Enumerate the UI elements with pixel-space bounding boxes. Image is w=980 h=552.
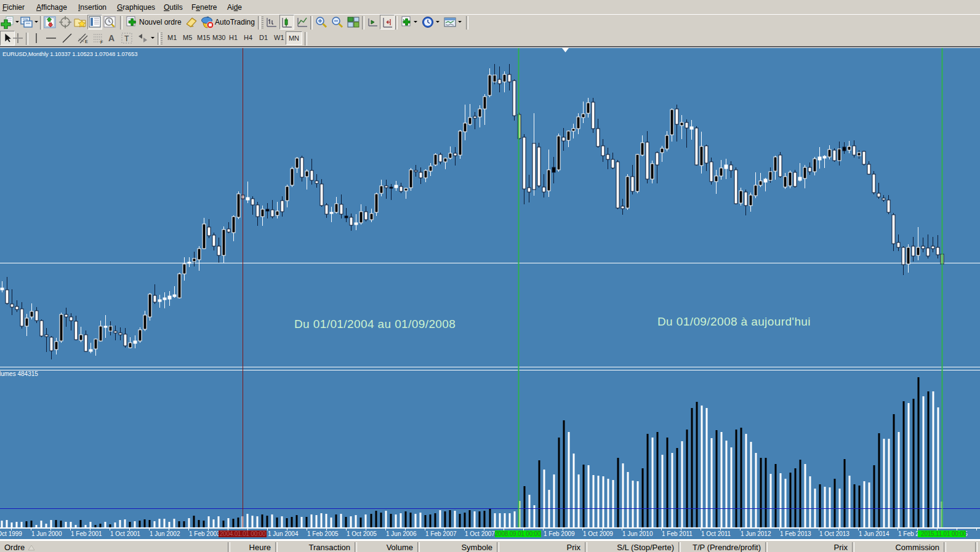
svg-text:1 Jun 2000: 1 Jun 2000 [31,530,62,537]
svg-text:1 Feb 2001: 1 Feb 2001 [71,530,102,537]
svg-text:1 Feb 2005: 1 Feb 2005 [307,530,339,537]
svg-text:2008.09.01 00:00: 2008.09.01 00:00 [495,530,541,537]
svg-text:1 Feb 2003: 1 Feb 2003 [189,530,220,537]
svg-text:2015.11.01 00:00: 2015.11.01 00:00 [921,530,967,537]
svg-text:1 Jun 2010: 1 Jun 2010 [622,530,653,537]
svg-text:1 Jun 2012: 1 Jun 2012 [741,530,771,537]
svg-text:1 Feb 2007: 1 Feb 2007 [425,530,457,537]
svg-text:1 Jun 2002: 1 Jun 2002 [150,530,180,537]
svg-text:2004.01.01 00:00: 2004.01.01 00:00 [220,530,266,537]
svg-text:1 Jun 2004: 1 Jun 2004 [268,530,299,537]
svg-text:1 Oct 2001: 1 Oct 2001 [110,530,140,537]
svg-text:1 Jun 2014: 1 Jun 2014 [859,530,890,537]
svg-text:1 Oct 2009: 1 Oct 2009 [583,530,613,537]
svg-text:1 Oct 2013: 1 Oct 2013 [819,530,849,537]
svg-text:1 Oct 1999: 1 Oct 1999 [0,530,22,537]
svg-text:1 Oct 2007: 1 Oct 2007 [465,530,495,537]
svg-text:1 Feb 2011: 1 Feb 2011 [662,530,693,537]
svg-text:1 Feb 2013: 1 Feb 2013 [780,530,811,537]
svg-text:Du 01/01/2004 au 01/09/2008: Du 01/01/2004 au 01/09/2008 [294,318,456,330]
svg-text:EURUSD,Monthly 1.10337 1.1052: EURUSD,Monthly 1.10337 1.10523 1.07048 1… [2,50,137,57]
svg-text:1 Oct 2011: 1 Oct 2011 [701,530,731,537]
svg-text:1 Feb 2009: 1 Feb 2009 [544,530,575,537]
svg-text:lumes 484315: lumes 484315 [0,370,38,377]
svg-text:1 Oct 2005: 1 Oct 2005 [347,530,377,537]
svg-text:Du 01/09/2008 à aujourd'hui: Du 01/09/2008 à aujourd'hui [657,315,811,328]
svg-text:1 Jun 2006: 1 Jun 2006 [386,530,417,537]
